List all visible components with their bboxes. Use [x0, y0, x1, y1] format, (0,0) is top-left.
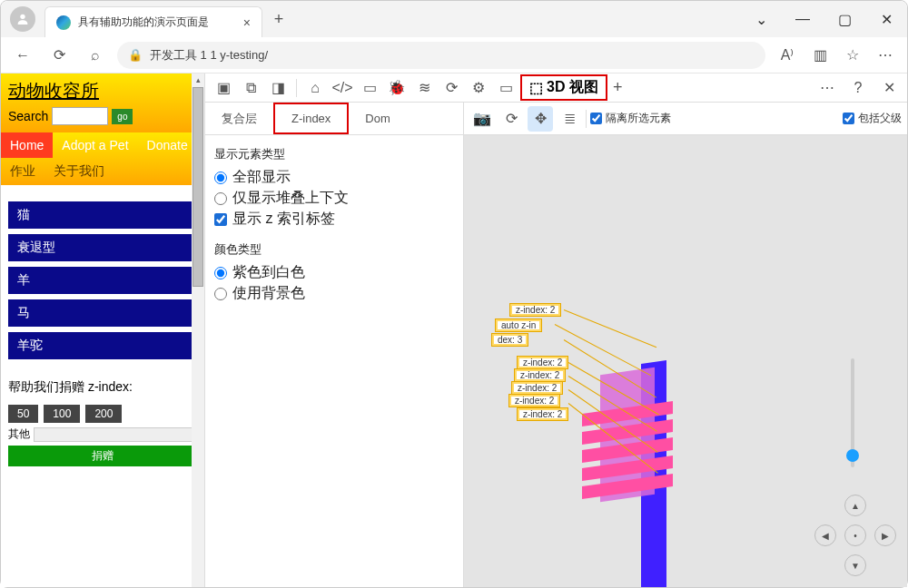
device-icon[interactable]: ⧉	[238, 75, 263, 101]
search-input[interactable]	[52, 107, 108, 125]
amount-200[interactable]: 200	[85, 405, 122, 423]
search-label: Search	[8, 109, 48, 123]
amount-100[interactable]: 100	[44, 405, 80, 423]
edge-icon	[56, 15, 71, 30]
radio-stack-only[interactable]	[214, 192, 227, 205]
address-bar: ← ⟳ ⌕ 🔒 开发工具 1 1 y-testing/ A⁾ ▥ ☆ ⋯	[1, 37, 907, 74]
page-title: 动物收容所	[8, 79, 197, 103]
devtools-panel: ▣ ⧉ ◨ ⌂ </> ▭ 🐞 ≋ ⟳ ⚙ ▭ ⬚ 3D 视图 + ⋯	[205, 74, 907, 587]
page-nav: Home Adopt a Pet Donate 作业 关于我们	[1, 132, 204, 185]
elements-icon[interactable]: </>	[330, 75, 355, 101]
titlebar: 具有辅助功能的演示页面是 × + ⌄ ― ▢ ✕	[1, 1, 907, 37]
zindex-label: z-index: 2	[517, 407, 568, 421]
camera-icon[interactable]: 📷	[469, 106, 495, 132]
radio-show-all[interactable]	[214, 172, 227, 184]
radio-purple-white[interactable]	[214, 267, 227, 279]
list-item[interactable]: 猫	[8, 201, 197, 229]
go-button[interactable]: go	[112, 109, 133, 124]
pan-icon[interactable]: ✥	[528, 106, 553, 132]
lock-icon: 🔒	[128, 48, 143, 62]
pan-down-button[interactable]: ▼	[844, 554, 866, 576]
nav-donate[interactable]: Donate	[138, 132, 197, 158]
url-text: 开发工具 1 1 y-testing/	[150, 47, 268, 64]
menu-icon[interactable]: ⋯	[871, 41, 900, 70]
maximize-button[interactable]: ▢	[824, 1, 865, 37]
list-item[interactable]: 马	[8, 299, 197, 327]
zindex-label: z-index: 2	[517, 356, 568, 369]
pan-left-button[interactable]: ◀	[814, 524, 836, 546]
search-button[interactable]: ⌕	[81, 41, 110, 70]
category-list: 猫 衰退型 羊 马 羊驼	[1, 185, 204, 372]
3d-nav-controls: ▲ ▼ ◀ ▶ •	[814, 495, 896, 576]
performance-icon[interactable]: ⟳	[439, 75, 464, 101]
zoom-knob[interactable]	[846, 449, 859, 462]
read-aloud-icon[interactable]: A⁾	[773, 41, 802, 70]
radio-use-bg[interactable]	[214, 288, 227, 300]
favorite-icon[interactable]: ☆	[838, 41, 867, 70]
console-icon[interactable]: ▭	[357, 75, 382, 101]
tab-title: 具有辅助功能的演示页面是	[78, 15, 236, 30]
help-icon[interactable]: ?	[845, 75, 871, 101]
close-devtools-button[interactable]: ✕	[876, 75, 902, 101]
pan-center-button[interactable]: •	[844, 524, 866, 546]
back-button[interactable]: ←	[8, 41, 37, 70]
list-item[interactable]: 羊	[8, 267, 197, 294]
sources-icon[interactable]: 🐞	[384, 75, 410, 101]
zindex-options-panel: 复合层 Z-index Dom 显示元素类型 全部显示 仅显示堆叠上下文 显示 …	[205, 103, 464, 587]
more-icon[interactable]: ⋯	[814, 75, 840, 101]
layers-icon[interactable]: ≣	[557, 106, 582, 132]
checkbox-include-parent[interactable]	[843, 113, 854, 124]
inspect-icon[interactable]: ▣	[211, 75, 236, 101]
list-item[interactable]: 羊驼	[8, 332, 197, 359]
nav-jobs[interactable]: 作业	[1, 158, 44, 185]
network-icon[interactable]: ≋	[411, 75, 437, 101]
devtools-tab-strip: ▣ ⧉ ◨ ⌂ </> ▭ 🐞 ≋ ⟳ ⚙ ▭ ⬚ 3D 视图 + ⋯	[205, 74, 907, 103]
3d-visualization[interactable]: z-index: 2 auto z-in dex: 3 z-index: 2 z…	[464, 135, 907, 587]
caret-down-icon[interactable]: ⌄	[740, 1, 782, 37]
dock-icon[interactable]: ◨	[265, 75, 291, 101]
donate-button[interactable]: 捐赠	[8, 446, 197, 466]
zindex-label: dex: 3	[491, 333, 528, 347]
browser-tab[interactable]: 具有辅助功能的演示页面是 ×	[44, 6, 262, 37]
pan-right-button[interactable]: ▶	[874, 524, 896, 546]
tab-3d-view[interactable]: ⬚ 3D 视图	[520, 74, 607, 101]
other-amount-input[interactable]	[34, 427, 197, 442]
memory-icon[interactable]: ⚙	[466, 75, 491, 101]
profile-icon[interactable]	[10, 6, 35, 32]
reader-icon[interactable]: ▥	[805, 41, 834, 70]
amount-50[interactable]: 50	[8, 405, 38, 423]
nav-adopt[interactable]: Adopt a Pet	[53, 132, 137, 158]
scrollbar-thumb[interactable]	[192, 87, 203, 287]
checkbox-isolate[interactable]	[590, 113, 602, 124]
nav-about[interactable]: 关于我们	[44, 158, 114, 185]
3d-canvas[interactable]: 📷 ⟳ ✥ ≣ 隔离所选元素 包括父级	[464, 103, 907, 587]
more-tabs-button[interactable]: +	[613, 78, 623, 97]
page-scrollbar[interactable]: ▴	[192, 74, 204, 587]
zindex-label: z-index: 2	[509, 303, 561, 317]
zoom-slider[interactable]	[851, 358, 854, 467]
zindex-label: z-index: 2	[514, 368, 566, 382]
minimize-button[interactable]: ―	[782, 1, 824, 37]
checkbox-show-zlabel[interactable]	[214, 213, 227, 226]
pan-up-button[interactable]: ▲	[844, 495, 866, 516]
refresh-button[interactable]: ⟳	[44, 41, 74, 70]
svg-point-0	[20, 15, 25, 19]
zindex-label: auto z-in	[495, 318, 542, 332]
close-tab-icon[interactable]: ×	[243, 15, 251, 30]
close-window-button[interactable]: ✕	[865, 1, 907, 37]
zindex-label: z-index: 2	[511, 381, 563, 395]
donate-text: 帮助我们捐赠 z-index:	[8, 379, 197, 396]
url-field[interactable]: 🔒 开发工具 1 1 y-testing/	[117, 42, 765, 69]
color-type-title: 颜色类型	[214, 241, 454, 258]
list-item[interactable]: 衰退型	[8, 234, 197, 261]
nav-home[interactable]: Home	[1, 132, 53, 158]
new-tab-button[interactable]: +	[266, 6, 291, 32]
element-type-title: 显示元素类型	[214, 146, 454, 162]
subtab-dom[interactable]: Dom	[349, 103, 406, 134]
reset-view-icon[interactable]: ⟳	[498, 106, 524, 132]
application-icon[interactable]: ▭	[493, 75, 518, 101]
demo-page: 动物收容所 Search go Home Adopt a Pet Donate …	[1, 74, 205, 587]
welcome-icon[interactable]: ⌂	[302, 75, 328, 101]
subtab-composite[interactable]: 复合层	[205, 103, 273, 134]
subtab-zindex[interactable]: Z-index	[273, 103, 349, 134]
